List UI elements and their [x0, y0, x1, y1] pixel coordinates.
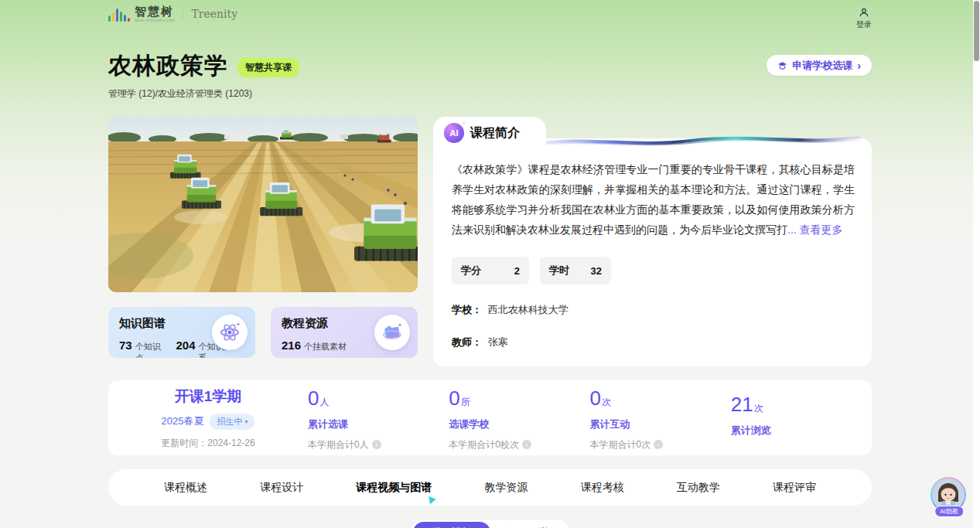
- tab-course-video-graph[interactable]: 课程视频与图谱: [356, 481, 432, 495]
- breadcrumb: 管理学 (12)/农业经济管理类 (1203): [108, 87, 872, 100]
- hours-value: 32: [591, 265, 602, 277]
- interactions-label[interactable]: 累计互动: [590, 417, 731, 431]
- schools-sub: 本学期合计0校次: [449, 438, 519, 451]
- share-course-badge: 智慧共享课: [237, 58, 299, 77]
- school-cap-icon: [777, 60, 787, 70]
- brand-url: www.zhihuishu.com: [135, 19, 175, 22]
- see-more-link[interactable]: ... 查看更多: [787, 223, 843, 236]
- top-header: 智慧树 www.zhihuishu.com Treenity 登录: [108, 0, 872, 30]
- zhihuishu-logo[interactable]: 智慧树 www.zhihuishu.com Treenity: [108, 5, 237, 22]
- interactions-sub: 本学期合计0次: [590, 438, 651, 451]
- term-link[interactable]: 2025春夏: [162, 414, 204, 428]
- folder-icon: ✦: [374, 315, 410, 350]
- svg-text:✦: ✦: [236, 322, 241, 327]
- info-icon[interactable]: i: [654, 440, 663, 449]
- tab-course-review[interactable]: 课程评审: [773, 481, 816, 495]
- enrolling-badge[interactable]: 招生中 ▾: [210, 414, 254, 430]
- tab-interactive-teaching[interactable]: 互动教学: [677, 481, 720, 495]
- interactions-value: 0: [590, 387, 601, 410]
- knowledge-graph-card[interactable]: 知识图谱 73 个知识点 204 个知识关系: [108, 307, 255, 358]
- assistant-label: AI助教: [934, 506, 964, 517]
- interactions-unit: 次: [602, 397, 611, 407]
- enrolled-unit: 人: [319, 397, 329, 407]
- stat-interactions: 0次 累计互动 本学期合计0次i: [590, 385, 731, 451]
- teacher-row: 教师： 张寒: [452, 336, 855, 349]
- atom-icon: ✦: [212, 315, 248, 350]
- tutorial-resources-card[interactable]: 教程资源 216 个挂载素材: [271, 307, 418, 358]
- active-tab-indicator: [426, 493, 436, 503]
- course-intro-header: AI 课程简介: [433, 117, 546, 149]
- semester-suffix: 学期: [212, 388, 241, 404]
- school-label: 学校：: [452, 304, 482, 315]
- logo-bars-icon: [108, 6, 130, 22]
- tab-course-assessment[interactable]: 课程考核: [581, 481, 624, 495]
- stat-schools: 0所 选课学校 本学期合计0校次i: [449, 385, 589, 451]
- tab-label: 课程设计: [260, 481, 303, 493]
- tab-label: 教学资源: [484, 481, 528, 493]
- views-label[interactable]: 累计浏览: [731, 424, 872, 438]
- ai-badge-icon: AI: [444, 123, 464, 143]
- enrolled-sub: 本学期合计0人: [308, 438, 369, 451]
- hours-label: 学时: [549, 264, 569, 278]
- credit-pill: 学分 2: [452, 257, 529, 284]
- video-graph-toggle: 课程视频 课程图谱: [411, 519, 570, 528]
- svg-text:✦: ✦: [398, 322, 402, 328]
- enrolled-label[interactable]: 累计选课: [308, 417, 449, 431]
- school-value: 西北农林科技大学: [488, 304, 569, 315]
- tab-teaching-resources[interactable]: 教学资源: [484, 481, 528, 495]
- school-row: 学校： 西北农林科技大学: [452, 303, 855, 317]
- schools-unit: 所: [461, 397, 470, 407]
- info-icon[interactable]: i: [372, 440, 381, 449]
- page-title: 农林政策学: [108, 50, 228, 82]
- semester-prefix: 开课: [175, 388, 204, 404]
- enrolled-value: 0: [308, 387, 319, 410]
- course-description: 《农林政策学》课程是农林经济管理专业一门重要的专业骨干课程，其核心目标是培养学生…: [452, 159, 855, 240]
- stat-enrolled: 0人 累计选课 本学期合计0人i: [308, 385, 449, 451]
- ai-assistant-button[interactable]: AI助教: [930, 477, 968, 517]
- toggle-course-graph[interactable]: 课程图谱: [490, 522, 568, 528]
- stat-views: 21次 累计浏览: [731, 391, 872, 445]
- teacher-value: 张寒: [488, 336, 508, 348]
- course-intro-title: 课程简介: [470, 125, 520, 141]
- tab-label: 课程评审: [773, 481, 816, 493]
- brand-name: 智慧树: [135, 5, 175, 17]
- apply-button-label: 申请学校选课: [792, 59, 852, 73]
- chevron-right-icon: ›: [857, 60, 861, 72]
- stats-card: 开课1学期 2025春夏 招生中 ▾ 更新时间：2024-12-26 0人 累计…: [108, 380, 872, 455]
- schools-label[interactable]: 选课学校: [449, 417, 589, 431]
- tab-label: 课程概述: [164, 481, 207, 493]
- info-icon[interactable]: i: [522, 440, 531, 449]
- course-cover-image: [108, 117, 418, 292]
- caret-down-icon: ▾: [244, 418, 248, 425]
- title-row: 农林政策学 智慧共享课 申请学校选课 ›: [108, 50, 872, 82]
- knowledge-point-count: 73: [119, 339, 132, 352]
- brand-suffix: Treenity: [191, 8, 237, 20]
- tab-label: 课程考核: [581, 481, 624, 493]
- scrollbar-thumb[interactable]: [974, 1, 979, 61]
- course-page: 智慧树 www.zhihuishu.com Treenity 登录 农林政策学 …: [0, 0, 980, 528]
- views-value: 21: [731, 393, 753, 416]
- knowledge-point-unit: 个知识点: [135, 341, 169, 358]
- tab-label: 课程视频与图谱: [356, 481, 432, 493]
- login-label: 登录: [856, 19, 872, 30]
- tab-course-overview[interactable]: 课程概述: [164, 481, 207, 495]
- semester-title: 开课1学期: [175, 387, 242, 407]
- credit-value: 2: [514, 265, 520, 277]
- login-button[interactable]: 登录: [856, 7, 872, 30]
- tab-course-design[interactable]: 课程设计: [260, 481, 303, 495]
- brand-divider: [183, 9, 183, 19]
- tab-label: 互动教学: [677, 481, 720, 493]
- semester-count: 1: [204, 388, 213, 404]
- user-icon: [859, 7, 869, 18]
- toggle-course-video[interactable]: 课程视频: [413, 522, 490, 528]
- course-intro-card: 《农林政策学》课程是农林经济管理专业一门重要的专业骨干课程，其核心目标是培养学生…: [433, 138, 872, 366]
- apply-school-course-button[interactable]: 申请学校选课 ›: [767, 55, 872, 76]
- teacher-label: 教师：: [452, 336, 482, 348]
- views-unit: 次: [754, 403, 763, 414]
- credit-label: 学分: [461, 264, 481, 278]
- page-scrollbar[interactable]: [973, 0, 980, 528]
- material-unit: 个挂载素材: [304, 341, 347, 353]
- course-tabbar: 课程概述 课程设计 课程视频与图谱 教学资源 课程考核 互动教学 课程评审: [108, 469, 872, 506]
- enrolling-label: 招生中: [217, 416, 242, 428]
- hours-pill: 学时 32: [540, 257, 611, 284]
